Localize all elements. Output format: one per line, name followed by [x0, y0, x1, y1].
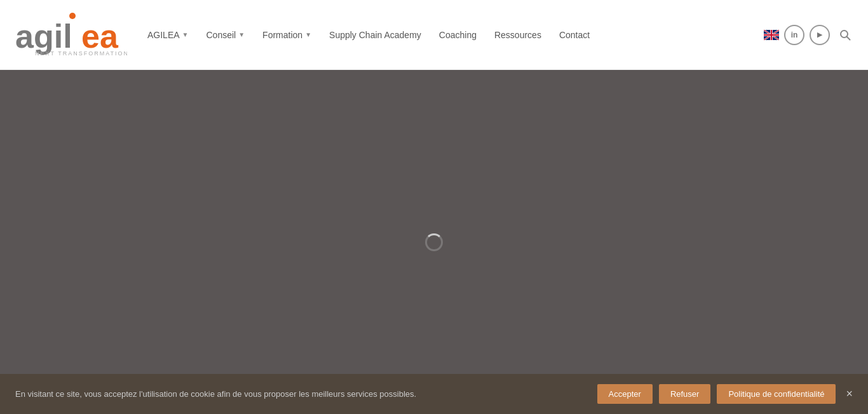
nav-item-conseil[interactable]: Conseil ▼	[199, 25, 253, 45]
nav-item-ressources[interactable]: Ressources	[487, 25, 549, 45]
svg-point-2	[69, 13, 76, 19]
header-icons: in ▶	[764, 25, 855, 45]
logo[interactable]: agil ea NEXT TRANSFORMATION®	[13, 11, 127, 59]
privacy-policy-button[interactable]: Politique de confidentialité	[717, 384, 836, 404]
main-content-area: En visitant ce site, vous acceptez l'uti…	[0, 70, 868, 414]
svg-line-14	[847, 36, 850, 39]
loading-spinner	[425, 233, 443, 251]
search-button[interactable]	[835, 25, 855, 45]
refuse-cookies-button[interactable]: Refuser	[659, 384, 711, 404]
nav-item-coaching[interactable]: Coaching	[431, 25, 484, 45]
youtube-icon[interactable]: ▶	[810, 25, 830, 45]
close-cookie-banner-button[interactable]: ×	[846, 387, 853, 401]
nav-item-supply-chain[interactable]: Supply Chain Academy	[322, 25, 429, 45]
cookie-banner: En visitant ce site, vous acceptez l'uti…	[0, 374, 868, 414]
svg-text:ea: ea	[81, 18, 119, 55]
nav-item-contact[interactable]: Contact	[552, 25, 597, 45]
nav-item-formation[interactable]: Formation ▼	[255, 25, 319, 45]
linkedin-icon[interactable]: in	[784, 25, 804, 45]
chevron-down-icon: ▼	[305, 31, 311, 38]
svg-text:agil: agil	[15, 18, 72, 55]
language-flag[interactable]	[764, 30, 779, 40]
chevron-down-icon: ▼	[182, 31, 189, 38]
main-nav: AGILEA ▼ Conseil ▼ Formation ▼ Supply Ch…	[140, 25, 764, 45]
chevron-down-icon: ▼	[238, 31, 245, 38]
cookie-actions: Accepter Refuser Politique de confidenti…	[597, 384, 836, 404]
site-header: agil ea NEXT TRANSFORMATION® AGILEA ▼ Co…	[0, 0, 868, 70]
cookie-message: En visitant ce site, vous acceptez l'uti…	[15, 389, 585, 399]
nav-item-agilea[interactable]: AGILEA ▼	[140, 25, 196, 45]
accept-cookies-button[interactable]: Accepter	[597, 384, 653, 404]
svg-text:NEXT TRANSFORMATION®: NEXT TRANSFORMATION®	[35, 50, 127, 57]
